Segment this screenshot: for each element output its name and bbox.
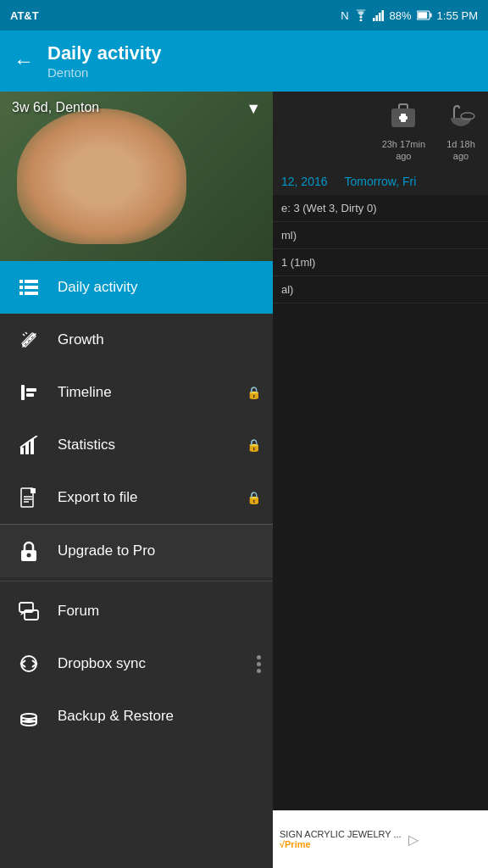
battery-label: 88%: [390, 9, 412, 22]
statistics-lock-icon: 🔒: [247, 438, 261, 452]
backup-icon: [17, 704, 41, 728]
bath-time-label: 1d 18hago: [446, 138, 475, 163]
svg-rect-11: [25, 286, 38, 289]
svg-rect-3: [379, 13, 381, 21]
svg-point-0: [359, 19, 362, 22]
svg-rect-2: [375, 15, 378, 21]
upgrade-lock-icon: [17, 539, 41, 563]
header-text: Daily activity Denton: [47, 42, 162, 79]
svg-rect-13: [25, 292, 38, 295]
growth-label: Growth: [58, 331, 256, 348]
baby-photo: [0, 92, 273, 261]
svg-line-17: [25, 332, 27, 334]
sidebar: 3w 6d, Denton ▼ Daily activity: [0, 92, 273, 868]
chart-icon: [17, 433, 41, 457]
carrier-label: AT&T: [10, 9, 39, 22]
daily-activity-label: Daily activity: [58, 279, 256, 296]
svg-rect-22: [26, 388, 36, 392]
sidebar-item-statistics[interactable]: Statistics 🔒: [0, 419, 273, 471]
prime-label: √Prime: [280, 839, 311, 849]
content-row-1: e: 3 (Wet 3, Dirty 0): [273, 195, 488, 222]
sidebar-item-growth[interactable]: Growth: [0, 314, 273, 366]
medical-kit-icon: [385, 97, 422, 135]
header-subtitle: Denton: [47, 65, 162, 80]
quick-action-bath[interactable]: 1d 18hago: [442, 97, 480, 163]
content-row-3: 1 (1ml): [273, 249, 488, 276]
baby-age-label: 3w 6d, Denton: [12, 100, 99, 115]
prime-badge: SIGN ACRYLIC JEWELRY ... √Prime: [280, 829, 402, 849]
bath-icon: [442, 97, 480, 135]
sidebar-item-forum[interactable]: Forum: [0, 585, 273, 637]
dropbox-label: Dropbox sync: [58, 655, 256, 672]
upgrade-label: Upgrade to Pro: [58, 542, 256, 559]
statistics-label: Statistics: [58, 437, 256, 453]
svg-point-33: [27, 554, 31, 558]
svg-rect-24: [20, 448, 24, 454]
svg-rect-26: [30, 439, 34, 454]
ad-text: SIGN ACRYLIC JEWELRY ...: [280, 829, 402, 839]
menu-divider-2: [0, 581, 273, 581]
svg-rect-21: [21, 385, 25, 400]
current-date: 12, 2016: [281, 175, 328, 188]
forum-icon: [17, 599, 41, 623]
right-panel: 23h 17minago 1d 18hago 12, 2016 Tomorrow…: [273, 92, 488, 868]
svg-point-38: [21, 714, 36, 719]
svg-rect-41: [399, 116, 408, 120]
time-label: 1:55 PM: [437, 9, 478, 22]
sync-icon: [17, 652, 41, 676]
content-row-4: al): [273, 276, 488, 303]
header-bar: ← Daily activity Denton: [0, 31, 488, 92]
more-dots-icon[interactable]: [257, 655, 261, 673]
export-icon: [17, 486, 41, 509]
dropdown-arrow-icon[interactable]: ▼: [246, 100, 261, 118]
sidebar-item-dropbox[interactable]: Dropbox sync: [0, 637, 273, 690]
timeline-lock-icon: 🔒: [247, 386, 261, 399]
signal-icon: [373, 9, 385, 21]
list-icon: [17, 275, 41, 299]
status-bar: AT&T N 88% 1:5: [0, 0, 488, 31]
svg-rect-9: [25, 280, 38, 283]
svg-line-16: [23, 334, 25, 336]
content-row-2: ml): [273, 222, 488, 249]
next-date: Tomorrow, Fri: [345, 175, 417, 188]
status-icons: N 88% 1:55 PM: [341, 9, 478, 22]
svg-rect-1: [373, 18, 375, 21]
back-button[interactable]: ←: [14, 49, 34, 73]
wifi-icon: [354, 9, 368, 21]
ad-banner[interactable]: SIGN ACRYLIC JEWELRY ... √Prime ▷: [273, 810, 488, 868]
svg-rect-4: [381, 10, 384, 21]
svg-rect-12: [19, 292, 23, 295]
export-lock-icon: 🔒: [247, 491, 261, 504]
sidebar-item-backup[interactable]: Backup & Restore: [0, 690, 273, 743]
export-label: Export to file: [58, 489, 256, 506]
date-bar: 12, 2016 Tomorrow, Fri: [273, 168, 488, 195]
ad-play-icon[interactable]: ▷: [408, 832, 419, 848]
svg-rect-7: [418, 12, 427, 19]
svg-rect-6: [430, 14, 431, 18]
quick-actions-bar: 23h 17minago 1d 18hago: [273, 92, 488, 168]
sidebar-item-timeline[interactable]: Timeline 🔒: [0, 366, 273, 419]
sidebar-item-daily-activity[interactable]: Daily activity: [0, 261, 273, 314]
page-title: Daily activity: [47, 42, 162, 64]
sidebar-item-export[interactable]: Export to file 🔒: [0, 471, 273, 524]
main-area: 3w 6d, Denton ▼ Daily activity: [0, 92, 488, 868]
nfc-icon: N: [341, 9, 348, 22]
quick-action-medical[interactable]: 23h 17minago: [382, 97, 425, 163]
svg-rect-10: [19, 286, 23, 289]
svg-rect-28: [30, 488, 36, 493]
backup-label: Backup & Restore: [58, 708, 256, 725]
menu-list: Daily activity: [0, 261, 273, 868]
svg-rect-8: [19, 280, 23, 283]
medical-time-label: 23h 17minago: [382, 138, 425, 163]
sidebar-item-upgrade[interactable]: Upgrade to Pro: [0, 525, 273, 577]
timeline-icon: [17, 381, 41, 404]
battery-icon: [417, 10, 432, 20]
svg-rect-23: [26, 393, 34, 397]
forum-label: Forum: [58, 603, 256, 620]
timeline-label: Timeline: [58, 384, 256, 401]
photo-section[interactable]: 3w 6d, Denton ▼: [0, 92, 273, 261]
ruler-icon: [17, 328, 41, 352]
